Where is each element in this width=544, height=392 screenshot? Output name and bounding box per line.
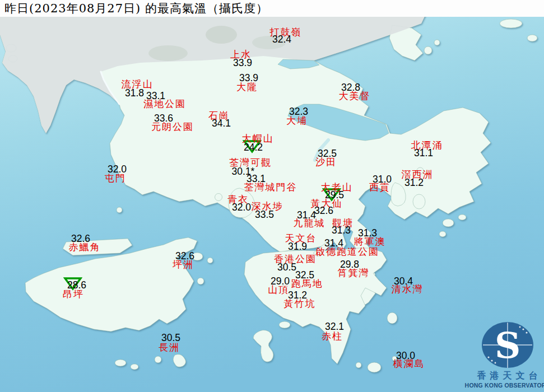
title-bar: 昨日(2023年08月27日) 的最高氣溫（攝氏度）: [0, 0, 544, 17]
hko-logo: S 香港天文台 HONG KONG OBSERVATORY: [471, 320, 544, 392]
station-value: 32.1: [325, 322, 344, 332]
station-value: 33.1: [247, 174, 266, 184]
station-value: 31.2: [404, 178, 424, 188]
page-title: 昨日(2023年08月27日) 的最高氣溫（攝氏度）: [4, 1, 268, 16]
station-value: 32.0: [108, 165, 127, 175]
station-value: 32.6: [314, 206, 333, 216]
station-value: 31.3: [358, 228, 377, 239]
logo-monogram: S: [494, 324, 520, 366]
station-value: 31.3: [332, 226, 351, 236]
station-value: 31.0: [373, 175, 392, 185]
station-value: 33.9: [233, 58, 252, 68]
labels-layer: 打鼓嶺32.4上水33.9大隴33.9流浮山31.8濕地公園33.1元朗公園33…: [0, 0, 544, 392]
station-value: 29.8: [340, 260, 359, 270]
station-value: 32.5: [318, 149, 337, 159]
station-value: 32.4: [272, 35, 291, 45]
station-value: 32.6: [175, 251, 194, 262]
station-value: 33.6: [154, 114, 173, 124]
logo-chinese-text: 香港天文台: [473, 370, 542, 382]
station-value: 33.9: [239, 73, 258, 83]
station-value: 31.8: [125, 88, 144, 99]
station-value: 32.3: [289, 107, 308, 117]
station-value: 33.5: [255, 210, 274, 220]
station-value: 30.4: [394, 277, 413, 287]
station-name-label: 長洲: [159, 343, 180, 352]
station-value: 32.0: [232, 203, 251, 213]
station-value: 30.5: [277, 263, 296, 273]
station-value: 24.2: [244, 143, 263, 153]
station-value: 32.6: [71, 234, 90, 244]
weather-map-page: 昨日(2023年08月27日) 的最高氣溫（攝氏度） 打鼓嶺32.4上水33.9…: [0, 0, 544, 392]
logo-english-text: HONG KONG OBSERVATORY: [465, 382, 544, 389]
hko-logo-emblem: S: [480, 320, 536, 370]
station-value: 33.1: [146, 91, 165, 101]
station-value: 31.1: [414, 148, 433, 158]
station-value: 30.5: [161, 333, 180, 343]
station-value: 31.4: [324, 239, 343, 249]
station-value: 32.5: [295, 270, 314, 281]
station-value: 28.6: [67, 281, 86, 291]
station-value: 29.0: [271, 277, 290, 287]
station-value: 32.8: [341, 83, 360, 93]
station-value: 30.0: [396, 351, 415, 361]
station-value: 31.9: [288, 242, 307, 252]
station-name-label: 赤柱: [322, 332, 343, 341]
station-value: 31.4: [297, 211, 316, 221]
station-value: 31.2: [288, 291, 307, 301]
station-value: 34.1: [212, 119, 231, 129]
